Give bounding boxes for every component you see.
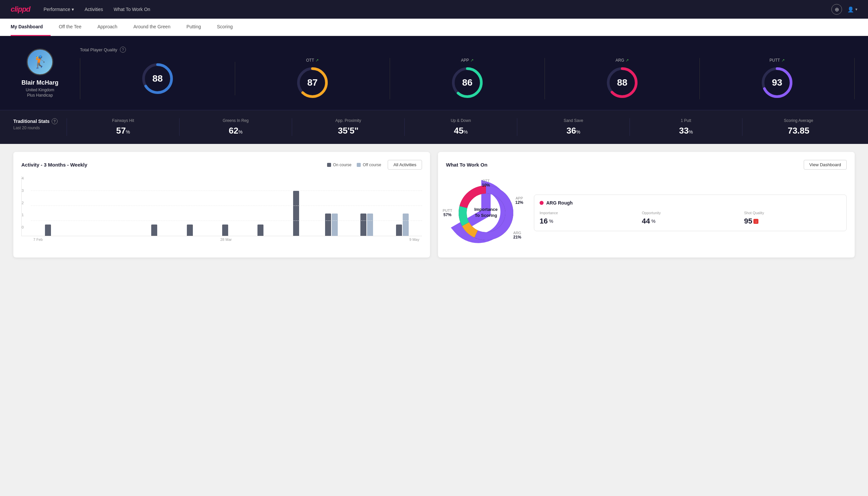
activity-legend: On course Off course [327,162,381,167]
stat-up-and-down: Up & Down 45% [404,118,517,136]
y-axis-labels: 4 3 2 1 0 [22,176,23,229]
arg-rough-dot [540,201,543,205]
opportunity-metric: Opportunity 44% [642,211,739,226]
nav-links: Performance ▾ Activities What To Work On [44,7,818,12]
add-button[interactable]: ⊕ [831,4,842,15]
total-player-quality-info[interactable]: ? [120,47,126,52]
traditional-stats-title: Traditional Stats ? [13,118,67,124]
putt-trend-icon: ↗ [782,58,785,63]
stats-subtitle: Last 20 rounds [13,126,67,130]
app-label: APP ↗ [461,58,474,63]
tpq-ring: 88 [141,62,174,95]
bar-dark-5 [222,224,228,236]
nav-right: ⊕ 👤 ▾ [831,4,857,15]
arg-donut-label: ARG 21% [513,231,521,239]
arg-value: 88 [617,77,627,88]
stat-one-putt: 1 Putt 33% [630,118,742,136]
grid-line-3 [31,190,422,191]
detail-metrics: Importance 16% Opportunity 44% [540,211,841,226]
bar-dark-7 [293,191,299,236]
score-app: APP ↗ 86 [390,58,545,99]
what-to-work-on-card: What To Work On View Dashboard [438,152,855,258]
bar-group-6 [243,224,278,236]
tab-my-dashboard[interactable]: My Dashboard [11,19,51,36]
grid-line-2 [31,205,422,206]
activity-card-header: Activity - 3 Months - Weekly On course O… [21,160,422,170]
svg-text:To Scoring: To Scoring [475,213,497,218]
arg-rough-title: ARG Rough [540,200,841,205]
tab-around-the-green[interactable]: Around the Green [125,19,178,36]
tpq-value: 88 [152,73,162,84]
stat-app-proximity: App. Proximity 35'5" [292,118,404,136]
grid-line-1 [31,220,422,221]
tab-putting[interactable]: Putting [178,19,209,36]
bar-group-0 [31,224,65,236]
app-donut-label: APP 12% [515,196,523,205]
all-activities-button[interactable]: All Activities [388,160,422,170]
putt-value: 93 [772,77,782,88]
score-tpq: 88 [80,62,235,95]
bar-dark-0 [45,224,51,236]
view-dashboard-button[interactable]: View Dashboard [804,160,847,170]
avatar: 🏌️ [27,49,53,75]
bar-group-5 [208,224,242,236]
ott-donut-label: OTT 10% [482,179,490,188]
tab-scoring[interactable]: Scoring [209,19,240,36]
player-country: United Kingdom [26,88,54,92]
x-axis-labels: 7 Feb 28 Mar 9 May [21,236,422,242]
bar-dark-8 [325,214,331,236]
tab-off-the-tee[interactable]: Off the Tee [51,19,89,36]
bar-dark-9 [360,214,366,236]
score-rings: 88 OTT ↗ 87 [80,58,855,99]
ott-label: OTT ↗ [306,58,319,63]
legend-off-course: Off course [357,162,381,167]
chevron-down-icon: ▾ [72,7,74,12]
user-chevron-icon: ▾ [855,7,857,12]
shot-quality-metric: Shot Quality 95 ↓ [744,211,841,226]
arg-rough-detail-card: ARG Rough Importance 16% Opportunity [534,195,847,231]
putt-donut-label: PUTT 57% [443,208,452,217]
app-trend-icon: ↗ [470,58,474,63]
stats-items: Fairways Hit 57% Greens In Reg 62% App. … [67,118,855,136]
bar-group-7 [279,191,313,236]
arg-label: ARG ↗ [616,58,629,63]
top-navigation: clippd Performance ▾ Activities What To … [0,0,868,19]
bar-group-8 [314,214,348,236]
app-ring: 86 [451,66,484,99]
bar-light-10 [403,214,409,236]
user-menu[interactable]: 👤 ▾ [847,6,857,13]
score-putt: PUTT ↗ 93 [700,58,855,99]
player-name: Blair McHarg [21,79,58,86]
stat-greens-in-reg: Greens In Reg 62% [179,118,292,136]
nav-what-to-work-on[interactable]: What To Work On [114,7,150,12]
legend-on-course: On course [327,162,351,167]
scores-header: Total Player Quality ? [80,47,855,52]
bar-group-10 [385,214,419,236]
bar-chart: 4 3 2 1 0 [21,176,422,236]
bottom-section: Activity - 3 Months - Weekly On course O… [0,144,868,265]
chart-container: 4 3 2 1 0 7 Feb 28 Mar 9 May [21,176,422,242]
stats-bar: Traditional Stats ? Last 20 rounds Fairw… [0,110,868,144]
donut-chart-wrapper: Importance To Scoring OTT 10% APP 12% AR… [446,176,526,249]
score-arg: ARG ↗ 88 [545,58,700,99]
on-course-dot [327,163,331,167]
bar-group-9 [350,214,384,236]
stats-label-section: Traditional Stats ? Last 20 rounds [13,118,67,130]
nav-performance[interactable]: Performance ▾ [44,7,74,12]
ott-trend-icon: ↗ [315,58,319,63]
nav-activities[interactable]: Activities [84,7,103,12]
putt-ring: 93 [760,66,794,99]
bar-dark-6 [257,224,264,236]
putt-label: PUTT ↗ [769,58,784,63]
wtwon-detail: ARG Rough Importance 16% Opportunity [534,195,847,231]
tab-approach[interactable]: Approach [89,19,125,36]
hero-section: 🏌️ Blair McHarg United Kingdom Plus Hand… [0,36,868,110]
logo[interactable]: clippd [11,5,30,14]
bar-group-4 [173,224,206,236]
bar-dark-10 [396,224,402,236]
traditional-stats-info[interactable]: ? [52,118,58,124]
arg-ring: 88 [605,66,639,99]
stat-sand-save: Sand Save 36% [517,118,630,136]
bar-light-9 [367,214,373,236]
plus-icon: ⊕ [835,6,839,13]
